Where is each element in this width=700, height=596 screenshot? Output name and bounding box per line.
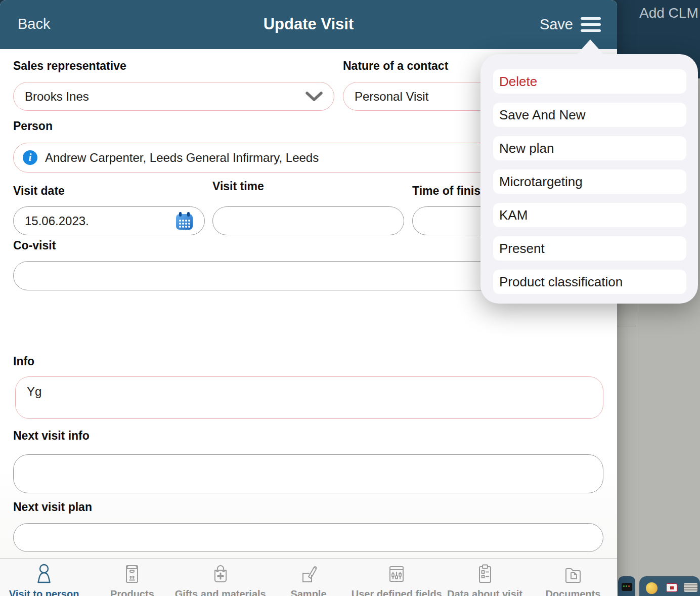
package-icon (121, 562, 143, 586)
tab-sample[interactable]: Sample (265, 559, 353, 596)
save-options-menu: Delete Save And New New plan Microtarget… (480, 54, 698, 304)
tab-visit-to-person[interactable]: Visit to person (0, 559, 88, 596)
menu-item-delete[interactable]: Delete (493, 69, 686, 94)
menu-item-save-and-new[interactable]: Save And New (493, 103, 686, 127)
tab-products[interactable]: Products (88, 559, 176, 596)
menu-item-microtargeting[interactable]: Microtargeting (493, 169, 686, 194)
sliders-icon (385, 562, 408, 586)
background-dock-left (618, 576, 635, 596)
add-clm-button[interactable]: Add CLM (639, 5, 698, 21)
bottom-tab-bar: Visit to person Products Gifts and mater… (0, 558, 617, 596)
menu-item-present[interactable]: Present (493, 236, 686, 261)
gift-bag-icon (209, 562, 232, 586)
next-visit-plan-field[interactable] (13, 523, 603, 552)
visit-time-label: Visit time (212, 180, 264, 193)
tab-gifts-and-materials[interactable]: Gifts and materials (177, 559, 265, 596)
visit-time-field[interactable] (212, 206, 404, 235)
tab-label: Sample (290, 588, 326, 596)
terminal-app-icon (622, 583, 632, 591)
tab-label: Visit to person (9, 588, 79, 596)
page-title: Update Visit (0, 15, 617, 33)
folder-icon (562, 562, 584, 586)
coin-app-icon (646, 582, 658, 594)
popover-arrow (577, 39, 604, 55)
person-value: Andrew Carpenter, Leeds General Infirmar… (45, 151, 319, 165)
next-visit-info-textarea[interactable] (13, 454, 603, 493)
info-value: Yg (27, 385, 41, 399)
sales-rep-label: Sales representative (13, 59, 126, 73)
sample-pen-icon (297, 562, 320, 586)
next-visit-info-label: Next visit info (13, 429, 90, 443)
person-icon (33, 562, 55, 586)
tab-documents[interactable]: Documents (529, 559, 617, 596)
menu-item-new-plan[interactable]: New plan (493, 136, 686, 160)
hamburger-menu-icon[interactable] (581, 17, 601, 32)
card-app-icon (666, 583, 677, 592)
clipboard-icon (474, 562, 496, 586)
person-label: Person (13, 119, 53, 133)
nature-value: Personal Visit (355, 90, 428, 104)
modal-navbar: Back Update Visit Save (0, 0, 617, 49)
menu-item-kam[interactable]: KAM (493, 203, 686, 227)
menu-item-product-classification[interactable]: Product classification (493, 270, 686, 294)
visit-date-label: Visit date (13, 184, 65, 198)
tab-label: User defined fields (352, 588, 442, 596)
info-icon[interactable]: i (23, 150, 37, 165)
visit-date-value: 15.06.2023. (25, 214, 89, 228)
tab-user-defined-fields[interactable]: User defined fields (353, 559, 441, 596)
tab-data-about-visit[interactable]: Data about visit (441, 559, 529, 596)
tab-label: Data about visit (447, 588, 522, 596)
tab-label: Gifts and materials (175, 588, 266, 596)
save-button[interactable]: Save (540, 16, 573, 33)
background-dock-right (639, 576, 700, 596)
keyboard-app-icon (684, 583, 697, 592)
background-divider (617, 326, 636, 326)
tab-label: Documents (545, 588, 600, 596)
visit-date-field[interactable]: 15.06.2023. (13, 206, 205, 235)
tab-label: Products (110, 588, 154, 596)
calendar-icon[interactable] (176, 211, 193, 231)
time-finish-label: Time of finish (412, 184, 488, 198)
co-visit-label: Co-visit (13, 239, 56, 252)
chevron-down-icon (305, 92, 323, 102)
next-visit-plan-label: Next visit plan (13, 500, 92, 514)
sales-rep-value: Brooks Ines (25, 90, 89, 104)
sales-rep-select[interactable]: Brooks Ines (13, 82, 334, 111)
nature-label: Nature of a contact (343, 59, 448, 73)
info-textarea[interactable]: Yg (15, 376, 603, 419)
info-label: Info (13, 355, 34, 368)
